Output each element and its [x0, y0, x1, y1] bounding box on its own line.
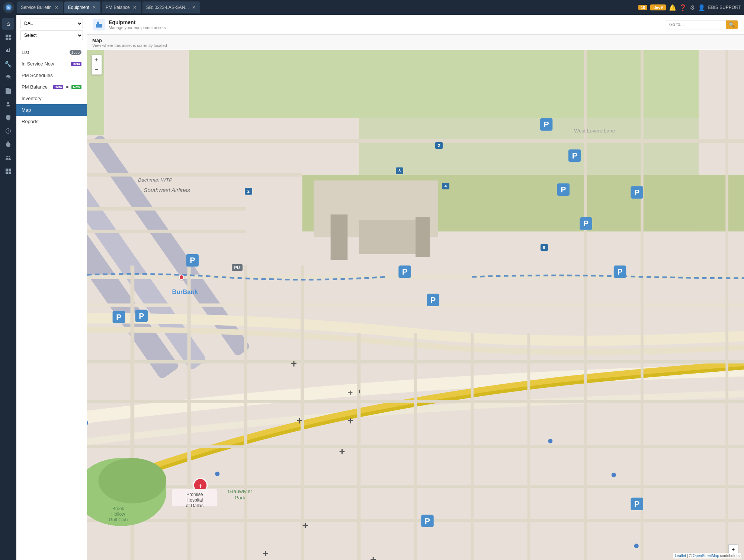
- sidebar-item-in-service-now[interactable]: In Service Now Beta: [16, 58, 87, 70]
- new-badge: New: [71, 85, 81, 89]
- attribution-contributors: contributors: [720, 554, 740, 558]
- svg-point-99: [548, 439, 552, 443]
- settings-icon[interactable]: ⚙: [690, 4, 695, 11]
- osm-link[interactable]: OpenStreetMap: [693, 554, 719, 558]
- nav-shield[interactable]: [2, 112, 14, 124]
- zoom-out-button[interactable]: −: [92, 65, 102, 74]
- svg-point-6: [6, 143, 10, 147]
- svg-text:P: P: [116, 313, 121, 322]
- svg-rect-4: [6, 38, 8, 40]
- app-container: E Service Bulletin ✕ Equipment ✕ PM Bala…: [0, 0, 744, 560]
- nav-dashboard[interactable]: [2, 31, 14, 43]
- svg-rect-8: [98, 25, 100, 26]
- svg-text:West Lovers Lane: West Lovers Lane: [574, 128, 615, 134]
- sidebar: DAL Select List 1335 In Service Now Beta…: [16, 15, 87, 560]
- nav-clock[interactable]: [2, 125, 14, 137]
- dal-select[interactable]: DAL: [20, 19, 83, 28]
- sidebar-item-pm-schedules[interactable]: PM Schedules: [16, 70, 87, 81]
- location-dot-marker[interactable]: [179, 275, 184, 280]
- nav-wrench[interactable]: 🔧: [2, 58, 14, 70]
- cluster-marker-4[interactable]: 4: [442, 183, 449, 189]
- svg-text:of Dallas: of Dallas: [186, 503, 203, 508]
- tab-close-button[interactable]: ✕: [191, 5, 196, 10]
- user-badge[interactable]: dev9: [650, 4, 666, 10]
- tab-close-button[interactable]: ✕: [132, 5, 137, 10]
- svg-text:Grauwlyler: Grauwlyler: [228, 489, 252, 494]
- sidebar-item-reports[interactable]: Reports: [16, 116, 87, 127]
- svg-text:+: +: [291, 358, 297, 369]
- content-title: Equipment: [109, 19, 166, 25]
- beta-badge: Beta: [53, 85, 64, 89]
- sidebar-item-label: Reports: [22, 119, 81, 124]
- svg-text:E: E: [7, 6, 10, 10]
- tab-label: SB: 0223-LAS-SAN...: [146, 5, 189, 10]
- svg-text:Southwest Airlines: Southwest Airlines: [144, 187, 190, 193]
- svg-text:Golf Club: Golf Club: [109, 517, 128, 522]
- search-button[interactable]: 🔍: [726, 20, 738, 29]
- sidebar-item-label: PM Schedules: [22, 73, 81, 78]
- tab-service-bulletin[interactable]: Service Bulletin ✕: [17, 1, 63, 13]
- tab-sb[interactable]: SB: 0223-LAS-SAN... ✕: [142, 1, 200, 13]
- main-area: ⌂ 🔧: [0, 15, 744, 560]
- tab-pm-balance[interactable]: PM Balance ✕: [102, 1, 141, 13]
- nav-timer[interactable]: [2, 138, 14, 150]
- nav-users[interactable]: [2, 152, 14, 164]
- sidebar-item-list[interactable]: List 1335: [16, 47, 87, 58]
- cluster-marker-2-left[interactable]: 2: [245, 188, 252, 195]
- svg-text:P: P: [572, 151, 577, 160]
- left-nav: ⌂ 🔧: [0, 15, 16, 560]
- svg-text:Bachman WTP: Bachman WTP: [138, 177, 173, 183]
- content-area: Equipment Manage your equipment assets 🔍…: [87, 15, 744, 560]
- pu-marker[interactable]: PU: [232, 264, 243, 271]
- bell-icon[interactable]: 🔔: [669, 4, 676, 11]
- svg-text:P: P: [544, 120, 549, 129]
- sidebar-item-pm-balance[interactable]: PM Balance Beta New: [16, 81, 87, 93]
- svg-text:Hospital: Hospital: [186, 497, 203, 503]
- tab-label: Service Bulletin: [21, 5, 52, 10]
- map-zoom-controls: + −: [92, 55, 102, 75]
- svg-text:P: P: [430, 296, 436, 305]
- search-input[interactable]: [666, 20, 726, 29]
- cluster-marker-2-right[interactable]: 2: [435, 142, 443, 149]
- zoom-in-button[interactable]: +: [92, 55, 102, 65]
- nav-people[interactable]: [2, 98, 14, 110]
- filter-select[interactable]: Select: [20, 31, 83, 40]
- svg-text:Brook: Brook: [112, 506, 125, 511]
- app-logo[interactable]: E: [3, 2, 14, 13]
- map-subtitle: View where this asset is currently locat…: [92, 43, 739, 48]
- cluster-marker-3[interactable]: 3: [396, 167, 403, 174]
- nav-chart[interactable]: [2, 45, 14, 57]
- question-icon[interactable]: ❓: [679, 4, 687, 11]
- nav-document[interactable]: [2, 85, 14, 97]
- sidebar-item-label: Map: [22, 107, 81, 113]
- content-header: Equipment Manage your equipment assets 🔍: [87, 15, 744, 35]
- attribution-separator: | ©: [687, 554, 693, 558]
- support-label[interactable]: EBIS SUPPORT: [708, 5, 741, 10]
- svg-text:P: P: [634, 500, 639, 509]
- leaflet-link[interactable]: Leaflet: [675, 554, 686, 558]
- nav-home[interactable]: ⌂: [2, 18, 14, 30]
- svg-text:P: P: [425, 517, 430, 526]
- sidebar-item-label: List: [22, 49, 67, 55]
- svg-text:P: P: [617, 268, 622, 276]
- nav-layers[interactable]: [2, 71, 14, 83]
- svg-point-101: [634, 544, 639, 548]
- tab-label: PM Balance: [106, 5, 130, 10]
- dot-separator: [66, 86, 68, 88]
- svg-text:+: +: [339, 446, 345, 457]
- sidebar-item-inventory[interactable]: Inventory: [16, 93, 87, 104]
- tab-equipment[interactable]: Equipment ✕: [64, 1, 100, 13]
- sidebar-item-map[interactable]: Map: [16, 104, 87, 116]
- content-subtitle: Manage your equipment assets: [109, 25, 166, 30]
- nav-grid[interactable]: [2, 165, 14, 177]
- tab-close-button[interactable]: ✕: [92, 5, 97, 10]
- svg-rect-5: [9, 38, 11, 40]
- equipment-icon: [93, 19, 105, 31]
- svg-text:+: +: [263, 548, 269, 559]
- map-frame[interactable]: P P P P P P P P: [87, 50, 744, 560]
- cluster-marker-9[interactable]: 9: [541, 244, 548, 251]
- map-title: Map: [92, 38, 739, 43]
- svg-text:i: i: [359, 388, 360, 394]
- user-icon[interactable]: 👤: [698, 4, 705, 11]
- tab-close-button[interactable]: ✕: [54, 5, 59, 10]
